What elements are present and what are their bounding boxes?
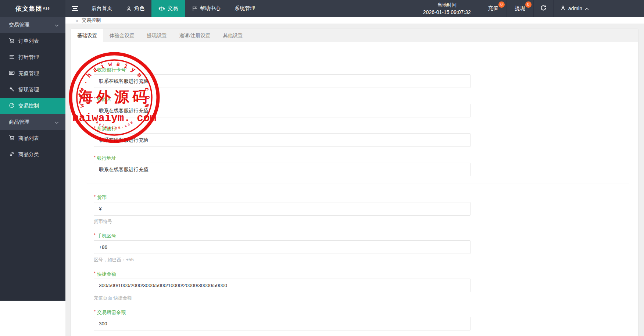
- sidebar-item-label: 交易控制: [18, 103, 39, 109]
- chevron-up-icon: [585, 6, 589, 11]
- gavel-icon: [9, 86, 15, 93]
- breadcrumb-separator-icon: »: [75, 17, 78, 24]
- nav-item-system[interactable]: 系统管理: [228, 0, 262, 17]
- link-icon: [9, 151, 15, 158]
- card-icon: [9, 70, 15, 77]
- sidebar-item-pin-management[interactable]: 打针管理: [0, 49, 65, 66]
- sidebar-item-recharge-management[interactable]: 充值管理: [0, 66, 65, 82]
- sidebar-item-order-list[interactable]: 订单列表: [0, 33, 65, 49]
- sidebar-item-product-list[interactable]: 商品列表: [0, 130, 65, 146]
- tab-invite-register-settings[interactable]: 邀请/注册设置: [173, 29, 217, 42]
- sidebar-item-withdraw-management[interactable]: 提现管理: [0, 82, 65, 98]
- top-header: 依文集团V16 后台首页 角色 交易 帮助中心 系统管理 当地时间 2026-0…: [0, 0, 644, 17]
- refresh-icon: [540, 5, 547, 13]
- required-asterisk: *: [94, 155, 96, 160]
- sidebar-item-label: 商品分类: [18, 151, 39, 158]
- required-asterisk: *: [94, 309, 96, 314]
- field-label: *手机区号: [94, 232, 629, 239]
- nav-item-trade[interactable]: 交易: [151, 0, 185, 17]
- bank-name-input[interactable]: [94, 133, 471, 147]
- required-asterisk: *: [94, 194, 96, 199]
- field-payee: *收款人: [94, 95, 629, 117]
- main-area: » 交易控制 基础设置 体验金设置 提现设置 邀请/注册设置 其他设置 *收款银…: [65, 17, 644, 336]
- recharge-label: 充值: [488, 5, 498, 12]
- user-icon: [560, 5, 566, 12]
- payee-input[interactable]: [94, 104, 471, 117]
- section-divider: [87, 184, 629, 184]
- required-asterisk: *: [94, 125, 96, 131]
- field-bank-name: *所属银行: [94, 125, 629, 147]
- local-time-label: 当地时间: [423, 2, 471, 8]
- content-card: 基础设置 体验金设置 提现设置 邀请/注册设置 其他设置 *收款银行卡号 *收款…: [71, 29, 638, 336]
- required-asterisk: *: [94, 96, 96, 101]
- sidebar-item-label: 商品列表: [18, 135, 39, 142]
- tab-other-settings[interactable]: 其他设置: [217, 29, 249, 42]
- cart-icon: [9, 38, 15, 45]
- field-label: *交易所需余额: [94, 308, 629, 315]
- flag-icon: [192, 6, 197, 11]
- field-helper-text: 货币符号: [94, 219, 629, 224]
- sidebar-item-label: 充值管理: [18, 70, 39, 77]
- sidebar-item-trade-control[interactable]: 交易控制: [0, 98, 65, 114]
- nav-item-roles[interactable]: 角色: [119, 0, 151, 17]
- field-phone-area-code: *手机区号 区号，如巴西：+55: [94, 232, 629, 263]
- top-nav: 后台首页 角色 交易 帮助中心 系统管理: [85, 0, 262, 17]
- sidebar-item-label: 提现管理: [18, 86, 39, 93]
- quick-amount-input[interactable]: [94, 279, 471, 292]
- tab-bar: 基础设置 体验金设置 提现设置 邀请/注册设置 其他设置: [71, 29, 638, 42]
- sidebar-group-label: 商品管理: [9, 119, 29, 125]
- field-label: *收款银行卡号: [94, 66, 629, 73]
- bank-card-input[interactable]: [94, 74, 471, 88]
- breadcrumb: » 交易控制: [65, 17, 644, 24]
- page-container: 基础设置 体验金设置 提现设置 邀请/注册设置 其他设置 *收款银行卡号 *收款…: [65, 24, 644, 336]
- field-bank-card: *收款银行卡号: [94, 66, 629, 88]
- sidebar-group-label: 交易管理: [9, 22, 29, 28]
- nav-label: 帮助中心: [200, 5, 221, 12]
- breadcrumb-title: 交易控制: [82, 17, 101, 24]
- menu-icon[interactable]: [65, 0, 85, 17]
- refresh-button[interactable]: [534, 0, 554, 17]
- required-asterisk: *: [94, 232, 96, 238]
- chevron-down-icon: [55, 22, 59, 28]
- chevron-down-icon: [55, 119, 59, 125]
- withdraw-label: 提现: [515, 5, 525, 12]
- sidebar-item-label: 打针管理: [18, 54, 39, 61]
- settings-form: *收款银行卡号 *收款人 *所属银行 *银行地址: [71, 42, 638, 330]
- recharge-button[interactable]: 充值 0: [480, 0, 507, 17]
- recharge-badge: 0: [498, 1, 505, 8]
- field-bank-address: *银行地址: [94, 154, 629, 176]
- sidebar-item-product-category[interactable]: 商品分类: [0, 146, 65, 163]
- withdraw-button[interactable]: 提现 0: [507, 0, 534, 17]
- bank-address-input[interactable]: [94, 163, 471, 176]
- nav-item-help[interactable]: 帮助中心: [185, 0, 228, 17]
- header-right-cluster: 当地时间 2026-01-15 09:07:32 充值 0 提现 0 admin: [414, 0, 644, 17]
- sidebar-item-label: 订单列表: [18, 38, 39, 45]
- field-label: *银行地址: [94, 154, 629, 161]
- field-trade-required-balance: *交易所需余额: [94, 308, 629, 330]
- app-version: V16: [43, 7, 50, 10]
- nav-label: 系统管理: [235, 5, 255, 12]
- nav-label: 角色: [134, 5, 144, 12]
- field-label: *所属银行: [94, 125, 629, 132]
- username: admin: [568, 6, 582, 11]
- tab-basic-settings[interactable]: 基础设置: [71, 29, 103, 42]
- field-currency: *货币 货币符号: [94, 194, 629, 224]
- sidebar-group-trade-management[interactable]: 交易管理: [0, 17, 65, 33]
- user-menu[interactable]: admin: [554, 0, 595, 17]
- nav-item-dashboard[interactable]: 后台首页: [85, 0, 119, 17]
- tab-trial-fund-settings[interactable]: 体验金设置: [103, 29, 141, 42]
- sidebar: 交易管理 订单列表 打针管理 充值管理 提现管理 交易控制: [0, 17, 65, 336]
- sidebar-group-product-management[interactable]: 商品管理: [0, 114, 65, 130]
- tab-withdraw-settings[interactable]: 提现设置: [141, 29, 173, 42]
- cart-icon: [9, 135, 15, 142]
- currency-input[interactable]: [94, 202, 471, 216]
- required-asterisk: *: [94, 66, 96, 72]
- field-label: *快捷金额: [94, 270, 629, 277]
- nav-label: 后台首页: [92, 5, 112, 12]
- withdraw-badge: 0: [525, 1, 532, 8]
- field-helper-text: 区号，如巴西：+55: [94, 257, 629, 263]
- app-logo: 依文集团V16: [0, 0, 65, 17]
- header-spacer: [595, 0, 644, 17]
- trade-required-balance-input[interactable]: [94, 317, 471, 330]
- phone-area-code-input[interactable]: [94, 240, 471, 254]
